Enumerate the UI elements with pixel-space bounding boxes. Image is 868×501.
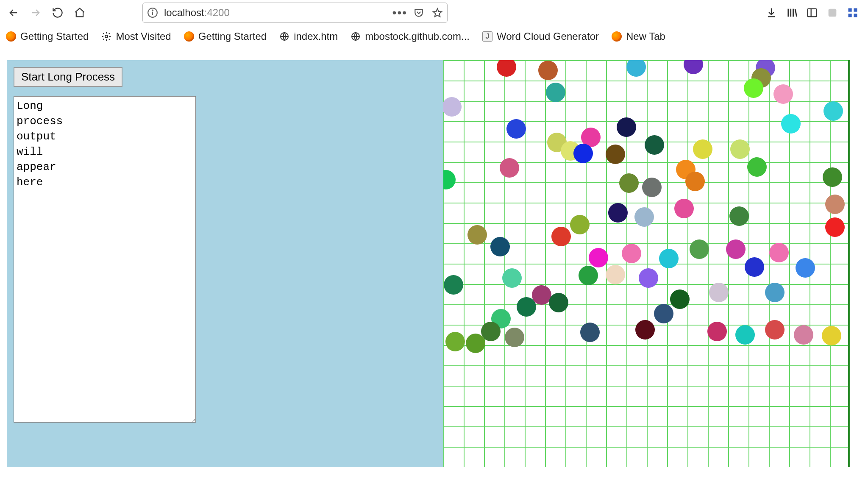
bookmarks-bar: Getting Started Most Visited Getting Sta… xyxy=(0,25,868,47)
chart-bubble xyxy=(726,239,746,259)
chart-bubble xyxy=(444,275,463,295)
gear-icon xyxy=(101,31,111,42)
home-icon xyxy=(74,7,86,19)
chart-bubble xyxy=(626,60,646,77)
chart-bubble xyxy=(606,265,625,284)
bookmark-index-htm[interactable]: index.htm xyxy=(279,31,338,42)
chart-bubble xyxy=(443,170,456,189)
bookmark-label: Word Cloud Generator xyxy=(497,31,599,42)
start-long-process-button[interactable]: Start Long Process xyxy=(14,67,122,87)
bookmark-getting-started-2[interactable]: Getting Started xyxy=(184,31,267,42)
chart-bubble xyxy=(674,199,694,218)
bookmark-label: Getting Started xyxy=(198,31,267,42)
url-bar[interactable]: localhost:4200 ••• xyxy=(142,3,448,23)
chart-bubble xyxy=(538,61,558,80)
bookmark-word-cloud[interactable]: J Word Cloud Generator xyxy=(482,31,599,42)
svg-rect-7 xyxy=(808,9,817,17)
downloads-icon[interactable] xyxy=(765,7,777,19)
chart-bubble xyxy=(505,328,524,347)
chart-bubble xyxy=(773,84,793,104)
chart-bubble xyxy=(670,289,690,309)
firefox-icon xyxy=(184,31,194,42)
bookmark-label: index.htm xyxy=(294,31,338,42)
extension-icon[interactable] xyxy=(826,7,838,19)
site-info-icon[interactable] xyxy=(147,7,158,18)
chart-bubble xyxy=(794,325,813,345)
chart-bubble xyxy=(570,215,590,234)
chart-bubble xyxy=(634,207,654,227)
chart-bubble xyxy=(659,249,679,268)
chart-bubble xyxy=(825,195,845,214)
chart-bubble xyxy=(693,139,712,159)
sidebar-icon[interactable] xyxy=(806,7,818,19)
bookmark-mbostock[interactable]: mbostock.github.com... xyxy=(351,31,470,42)
chart-bubble xyxy=(546,83,565,102)
svg-rect-13 xyxy=(854,14,857,17)
firefox-icon xyxy=(6,31,16,42)
svg-rect-9 xyxy=(829,9,837,17)
home-button[interactable] xyxy=(70,3,90,23)
site-j-icon: J xyxy=(482,31,492,42)
arrow-left-icon xyxy=(8,7,19,19)
svg-line-6 xyxy=(795,9,797,17)
chart-bubble xyxy=(781,114,801,134)
back-button[interactable] xyxy=(3,3,24,23)
chart-bubble xyxy=(445,332,465,351)
left-pane: Start Long Process xyxy=(7,60,443,467)
chart-bubble xyxy=(549,293,568,312)
forward-button[interactable] xyxy=(25,3,46,23)
page-actions-icon[interactable]: ••• xyxy=(392,6,407,19)
chart-bubble xyxy=(606,145,625,164)
chart-bubble xyxy=(490,237,510,256)
firefox-icon xyxy=(612,31,622,42)
chart-bubble xyxy=(580,323,600,342)
chart-bubble xyxy=(730,139,750,159)
svg-point-14 xyxy=(105,35,108,38)
chart-bubble xyxy=(823,167,842,187)
chart-bubble xyxy=(685,172,705,191)
pocket-icon[interactable] xyxy=(413,7,424,18)
chart-bubble xyxy=(745,257,764,277)
url-text: localhost:4200 xyxy=(164,7,230,19)
output-textarea[interactable] xyxy=(14,96,196,423)
app-content: Start Long Process xyxy=(7,60,861,467)
bookmark-most-visited[interactable]: Most Visited xyxy=(101,31,171,42)
chart-bubble xyxy=(573,144,593,163)
globe-icon xyxy=(351,31,361,42)
chart-bubble xyxy=(500,158,519,178)
chart-bubble xyxy=(654,304,673,323)
chart-bubble xyxy=(707,322,727,341)
chart-bubble xyxy=(684,60,703,74)
chart-bubble xyxy=(690,239,709,259)
chart-bubble xyxy=(619,173,639,193)
chart-bubble xyxy=(608,203,628,223)
svg-point-2 xyxy=(152,10,153,11)
chart-bubble xyxy=(709,283,729,302)
bookmark-getting-started-1[interactable]: Getting Started xyxy=(6,31,89,42)
chart-bubble xyxy=(822,326,841,345)
chart-bubble xyxy=(467,225,487,245)
reload-button[interactable] xyxy=(47,3,68,23)
bookmark-label: Most Visited xyxy=(116,31,171,42)
svg-rect-10 xyxy=(849,8,852,12)
chart-bubble xyxy=(765,283,785,302)
star-icon[interactable] xyxy=(432,7,443,18)
bookmark-new-tab[interactable]: New Tab xyxy=(612,31,665,42)
url-port: :4200 xyxy=(204,7,230,18)
url-host: localhost xyxy=(164,7,204,18)
chart-bubble xyxy=(551,227,571,246)
chart-bubble xyxy=(765,320,785,340)
browser-nav-bar: localhost:4200 ••• xyxy=(0,0,868,25)
chart-bubble xyxy=(642,178,662,197)
chart-bubble xyxy=(502,268,522,288)
grid-extension-icon[interactable] xyxy=(847,7,859,19)
library-icon[interactable] xyxy=(786,7,798,19)
chart-bubble xyxy=(639,268,658,288)
chart-bubble xyxy=(744,78,763,98)
chart-bubble xyxy=(506,119,526,139)
chart-bubble xyxy=(769,243,789,262)
chart-bubble xyxy=(589,248,608,267)
chart-bubble xyxy=(729,206,749,226)
bookmark-label: Getting Started xyxy=(20,31,89,42)
chart-bubble xyxy=(645,135,664,155)
